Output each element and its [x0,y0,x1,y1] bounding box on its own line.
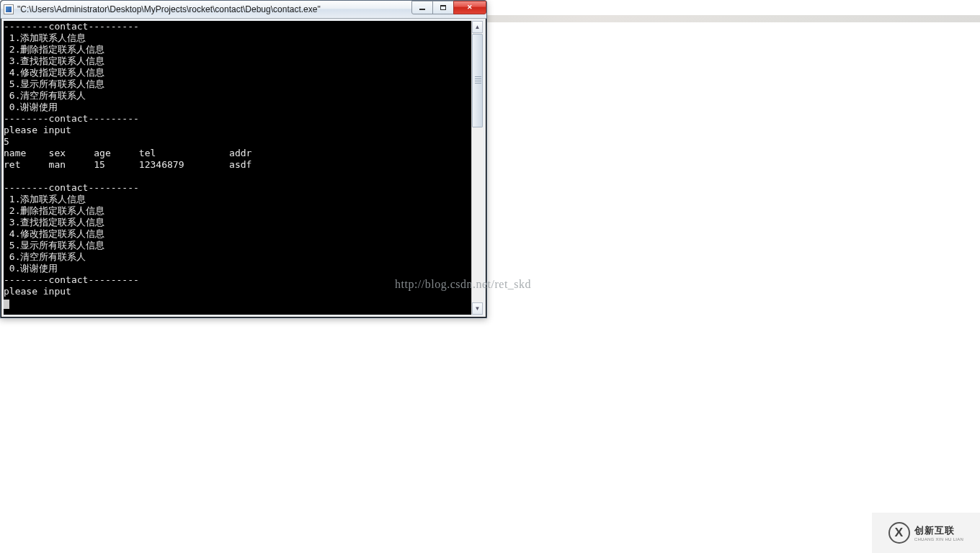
window-controls: ✕ [412,1,486,14]
scroll-thumb[interactable] [472,34,483,127]
app-icon [4,4,14,14]
logo-icon: X [888,522,910,544]
menu-item-0: 0.谢谢使用 [4,263,58,274]
menu-item-0: 0.谢谢使用 [4,102,58,112]
logo-en-text: CHUANG XIN HU LIAN [914,537,963,541]
close-button[interactable]: ✕ [453,1,486,14]
maximize-button[interactable] [432,1,454,14]
logo-cn-text: 创新互联 [914,524,963,537]
table-header: name sex age tel addr [4,148,251,158]
chevron-down-icon: ▼ [475,305,481,312]
menu-item-2: 2.删除指定联系人信息 [4,44,104,55]
maximize-icon [440,5,446,10]
console-output[interactable]: --------contact--------- 1.添加联系人信息 2.删除指… [4,21,471,315]
menu-item-1: 1.添加联系人信息 [4,194,86,204]
prompt-line: please input [4,125,71,135]
banner-line: --------contact--------- [4,21,139,32]
menu-item-6: 6.清空所有联系人 [4,90,86,101]
banner-line: --------contact--------- [4,274,139,285]
banner-line: --------contact--------- [4,113,139,124]
cursor-icon [4,300,9,309]
prompt-line: please input [4,286,71,297]
minimize-button[interactable] [411,1,433,14]
chevron-up-icon: ▲ [475,24,481,30]
window-title: "C:\Users\Administrator\Desktop\MyProjec… [17,4,412,14]
footer-logo: X 创新互联 CHUANG XIN HU LIAN [872,513,980,553]
menu-item-2: 2.删除指定联系人信息 [4,205,104,216]
console-area: --------contact--------- 1.添加联系人信息 2.删除指… [1,19,486,317]
console-window: "C:\Users\Administrator\Desktop\MyProjec… [0,0,487,318]
minimize-icon [419,9,425,10]
watermark-text: http://blog.csdn.net/ret_skd [395,278,531,291]
scroll-grip-icon [475,76,481,84]
menu-item-4: 4.修改指定联系人信息 [4,228,104,239]
scroll-up-button[interactable]: ▲ [472,21,483,33]
menu-item-3: 3.查找指定联系人信息 [4,217,104,228]
menu-item-5: 5.显示所有联系人信息 [4,78,104,89]
close-icon: ✕ [467,4,473,11]
menu-item-6: 6.清空所有联系人 [4,251,86,262]
menu-item-4: 4.修改指定联系人信息 [4,67,104,78]
menu-item-3: 3.查找指定联系人信息 [4,55,104,66]
vertical-scrollbar[interactable]: ▲ ▼ [471,21,484,315]
titlebar[interactable]: "C:\Users\Administrator\Desktop\MyProjec… [1,1,486,19]
table-row: ret man 15 12346879 asdf [4,159,251,170]
scroll-down-button[interactable]: ▼ [472,302,483,315]
menu-item-1: 1.添加联系人信息 [4,32,86,43]
banner-line: --------contact--------- [4,182,139,193]
user-input: 5 [4,136,9,147]
menu-item-5: 5.显示所有联系人信息 [4,240,104,251]
